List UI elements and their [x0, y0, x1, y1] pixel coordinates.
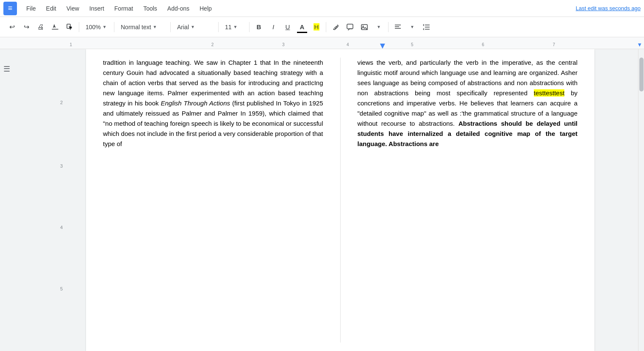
menu-format[interactable]: Format	[110, 3, 137, 14]
image-dropdown-button[interactable]: ▼	[372, 20, 386, 34]
italic-title-1: English Through Actions	[161, 99, 230, 107]
text-color-icon: A	[300, 23, 305, 30]
paint-format-button[interactable]	[63, 20, 76, 34]
ruler-num-2: 2	[211, 42, 214, 47]
ruler-num-6: 6	[482, 42, 484, 47]
scrollbar-thumb[interactable]	[639, 58, 644, 91]
left-column-text: tradItion in language teaching. We saw i…	[103, 58, 323, 149]
highlight-icon: H	[314, 23, 320, 30]
link-button[interactable]	[329, 20, 342, 34]
italic-button[interactable]: I	[266, 20, 280, 34]
size-dropdown[interactable]: 11 ▼	[221, 20, 247, 34]
separator-5	[249, 22, 250, 32]
last-edit-status[interactable]: Last edit was seconds ago	[576, 5, 641, 11]
comment-button[interactable]	[343, 20, 357, 34]
size-value: 11	[225, 24, 232, 30]
right-column-text: views the verb, and particularly the ver…	[358, 58, 578, 149]
align-button[interactable]	[391, 20, 405, 34]
zoom-chevron: ▼	[103, 25, 107, 29]
menu-tools[interactable]: Tools	[139, 3, 161, 14]
style-value: Normal text	[121, 24, 151, 30]
ruler-num-4: 4	[347, 42, 349, 47]
ruler-num-1: 1	[69, 42, 72, 47]
menu-bar: ≡ File Edit View Insert Format Tools Add…	[0, 0, 644, 17]
undo-button[interactable]: ↩	[5, 20, 19, 34]
separator-1	[79, 22, 79, 32]
font-dropdown[interactable]: Arial ▼	[173, 20, 216, 34]
menu-insert[interactable]: Insert	[85, 3, 108, 14]
ruler-num-7: 7	[552, 42, 555, 47]
scrollbar-area[interactable]	[638, 49, 644, 351]
underline-button[interactable]: U	[281, 20, 294, 34]
svg-rect-1	[347, 24, 353, 29]
line-number-4: 4	[60, 225, 63, 230]
highlight-word: testtesttest	[534, 89, 565, 97]
image-button[interactable]	[358, 20, 371, 34]
text-color-button[interactable]: A	[295, 20, 309, 34]
ruler-num-3: 3	[282, 42, 285, 47]
page-columns: tradItion in language teaching. We saw i…	[86, 49, 594, 351]
ruler-inner: 1 2 3 4 5 6 7 ▼	[0, 37, 644, 49]
bold-button[interactable]: B	[252, 20, 266, 34]
print-button[interactable]: 🖨	[34, 20, 47, 34]
font-chevron: ▼	[191, 25, 195, 29]
sidebar-icon[interactable]: ☰	[3, 64, 10, 74]
separator-6	[326, 22, 326, 32]
line-number-5: 5	[60, 286, 63, 291]
separator-2	[114, 22, 114, 32]
spellcheck-button[interactable]	[48, 20, 62, 34]
right-column[interactable]: views the verb, and particularly the ver…	[341, 58, 595, 343]
menu-addons[interactable]: Add-ons	[163, 3, 194, 14]
separator-7	[388, 22, 389, 32]
align-dropdown-chevron: ▼	[410, 25, 414, 29]
zoom-value: 100%	[86, 24, 101, 30]
highlight-button[interactable]: H	[310, 20, 323, 34]
svg-point-3	[363, 25, 364, 27]
toolbar: ↩ ↪ 🖨 100% ▼ Normal text ▼ Arial ▼ 11 ▼ …	[0, 17, 644, 37]
style-dropdown[interactable]: Normal text ▼	[117, 20, 168, 34]
menu-edit[interactable]: Edit	[42, 3, 61, 14]
menu-view[interactable]: View	[62, 3, 83, 14]
zoom-dropdown[interactable]: 100% ▼	[82, 20, 111, 34]
app-icon: ≡	[3, 2, 17, 15]
app-icon-symbol: ≡	[8, 4, 13, 13]
ruler-right-arrow: ▼	[637, 41, 642, 48]
menu-file[interactable]: File	[22, 3, 40, 14]
linespacing-button[interactable]	[420, 20, 433, 34]
ruler: 1 2 3 4 5 6 7 ▼	[0, 37, 644, 49]
left-margin: ☰ 2 3 4 5	[0, 49, 68, 351]
align-dropdown-button[interactable]: ▼	[405, 20, 419, 34]
redo-button[interactable]: ↪	[19, 20, 33, 34]
underline-icon: U	[286, 23, 290, 30]
font-value: Arial	[177, 24, 189, 30]
menu-help[interactable]: Help	[195, 3, 216, 14]
ruler-num-5: 5	[411, 42, 414, 47]
ruler-indent-marker[interactable]	[380, 44, 385, 49]
doc-area: ☰ 2 3 4 5 tradItion in language teaching…	[0, 49, 644, 351]
text-color-bar	[297, 32, 307, 33]
left-column[interactable]: tradItion in language teaching. We saw i…	[86, 58, 340, 343]
line-number-2: 2	[60, 100, 63, 105]
separator-3	[170, 22, 171, 32]
right-margin	[613, 49, 638, 351]
size-chevron: ▼	[233, 25, 238, 29]
page-content: tradItion in language teaching. We saw i…	[68, 49, 613, 351]
style-chevron: ▼	[153, 25, 157, 29]
line-number-3: 3	[60, 163, 63, 169]
separator-4	[218, 22, 219, 32]
image-dropdown-chevron: ▼	[377, 25, 381, 29]
bold-abstractions: Abstractions should be delayed until stu…	[358, 120, 578, 147]
